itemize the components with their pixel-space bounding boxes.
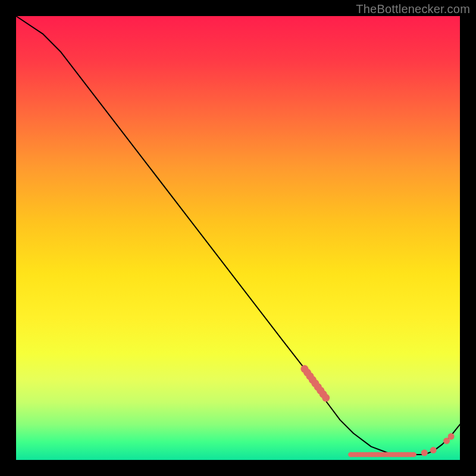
- scatter-dots: [300, 365, 454, 458]
- chart-frame: TheBottlenecker.com: [0, 0, 476, 476]
- plot-gradient-area: [16, 16, 460, 460]
- data-point: [448, 433, 455, 440]
- data-point: [411, 452, 416, 457]
- data-point: [430, 447, 437, 453]
- bottleneck-curve: [16, 16, 460, 455]
- data-point: [421, 450, 428, 456]
- data-point: [322, 394, 330, 402]
- attribution-text: TheBottlenecker.com: [356, 2, 470, 16]
- chart-svg: [16, 16, 460, 460]
